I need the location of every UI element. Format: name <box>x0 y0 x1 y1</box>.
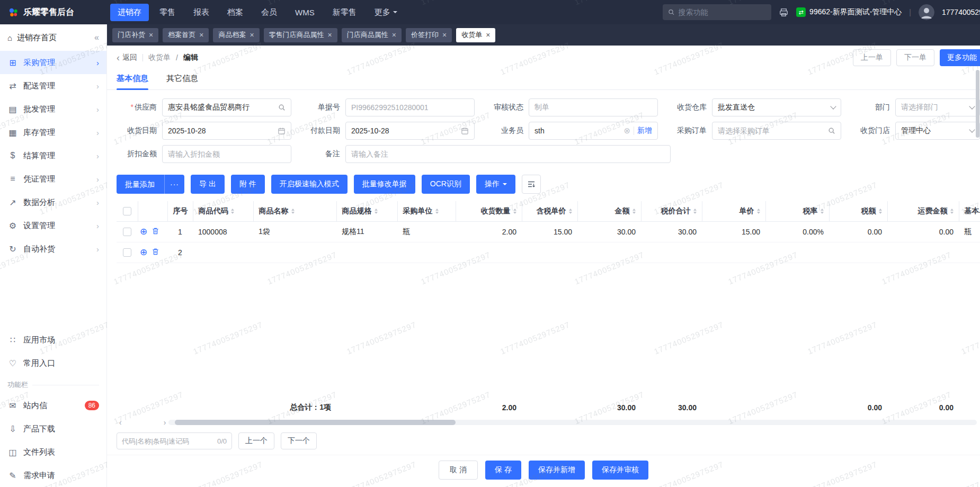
batch-add-button[interactable]: 批量添加 ··· <box>117 175 184 194</box>
user-phone[interactable]: 17774005297 <box>942 8 980 16</box>
sidebar-item-files[interactable]: ◫文件列表 <box>0 440 106 464</box>
column-header[interactable]: 收货数量 <box>456 201 522 221</box>
sidebar-item-settlement[interactable]: $结算管理› <box>0 144 106 167</box>
speed-input-button[interactable]: 开启极速输入模式 <box>271 175 348 194</box>
doc-tab-price-tag-print[interactable]: 价签打印× <box>406 28 452 42</box>
ocr-button[interactable]: OCR识别 <box>422 175 470 194</box>
sort-icon[interactable] <box>757 207 760 215</box>
column-header[interactable]: 税额 <box>829 201 887 221</box>
row-checkbox[interactable] <box>123 248 131 257</box>
nav-archives[interactable]: 档案 <box>220 4 251 21</box>
sort-icon[interactable] <box>291 207 295 215</box>
sidebar-item-analytics[interactable]: ↗数据分析› <box>0 191 106 214</box>
sidebar-item-downloads[interactable]: ⇩产品下载 <box>0 417 106 440</box>
nav-members[interactable]: 会员 <box>254 4 284 21</box>
sort-icon[interactable] <box>375 207 378 215</box>
add-row-icon[interactable]: ⊕ <box>140 247 147 257</box>
search-icon[interactable] <box>828 127 835 134</box>
save-button[interactable]: 保 存 <box>485 461 521 480</box>
column-header[interactable]: 商品代码 <box>193 201 253 221</box>
sidebar-item-requests[interactable]: ✎需求申请 <box>0 464 106 487</box>
sidebar-item-purchase[interactable]: ⊞采购管理› <box>0 51 106 74</box>
search-icon[interactable] <box>278 104 286 111</box>
select-all-checkbox[interactable] <box>123 207 131 215</box>
doc-tab-goods-archive[interactable]: 商品档案× <box>213 28 259 42</box>
column-header[interactable]: 商品名称 <box>253 201 336 221</box>
sort-icon[interactable] <box>821 207 824 215</box>
org-switcher[interactable]: ⇄ 99662-新界面测试-管理中心 <box>796 7 902 17</box>
add-salesman-link[interactable]: 新增 <box>637 126 652 136</box>
close-icon[interactable]: × <box>392 31 396 39</box>
sidebar-item-stock[interactable]: ▦库存管理› <box>0 121 106 144</box>
nav-reports[interactable]: 报表 <box>186 4 217 21</box>
doc-tab-store-replenish[interactable]: 门店补货× <box>112 28 158 42</box>
quick-search-input[interactable] <box>122 437 214 445</box>
doc-tab-receipt-order[interactable]: 收货单× <box>456 28 495 42</box>
sidebar-item-wholesale[interactable]: ▤批发管理› <box>0 97 106 121</box>
nav-wms[interactable]: WMS <box>288 4 322 21</box>
column-header[interactable]: 商品规格 <box>336 201 397 221</box>
delete-row-icon[interactable] <box>152 249 159 257</box>
purchase-order-input[interactable] <box>718 127 825 135</box>
nav-retail[interactable]: 零售 <box>152 4 183 21</box>
avatar[interactable] <box>919 4 934 20</box>
pay-date-input[interactable] <box>351 127 458 135</box>
sort-icon[interactable] <box>231 207 234 215</box>
column-settings-button[interactable] <box>522 175 541 194</box>
discount-input[interactable] <box>168 150 286 158</box>
sidebar-item-settings[interactable]: ⚙设置管理› <box>0 214 106 237</box>
sidebar-item-voucher[interactable]: ≡凭证管理› <box>0 167 106 191</box>
global-search[interactable] <box>663 4 771 20</box>
close-icon[interactable]: × <box>250 31 254 39</box>
close-icon[interactable]: × <box>199 31 203 39</box>
receive-store-select[interactable]: 管理中心 <box>895 122 980 140</box>
save-and-new-button[interactable]: 保存并新增 <box>529 461 585 480</box>
audit-status-input[interactable] <box>534 103 652 112</box>
table-scroll-area[interactable]: 序号商品代码商品名称商品规格采购单位收货数量含税单价金额税价合计单价税率税额运费… <box>117 201 980 418</box>
pay-date-picker[interactable] <box>345 122 475 140</box>
prev-order-button[interactable]: 上一单 <box>853 49 891 66</box>
receive-date-picker[interactable] <box>162 122 291 140</box>
nav-new-retail[interactable]: 新零售 <box>325 4 364 21</box>
global-search-input[interactable] <box>679 8 766 16</box>
row-checkbox[interactable] <box>123 228 131 236</box>
sort-icon[interactable] <box>879 207 882 215</box>
nav-more[interactable]: 更多 <box>367 4 405 21</box>
sidebar-item-home[interactable]: ⌂ 进销存首页 « <box>0 24 106 51</box>
close-icon[interactable]: × <box>486 31 490 39</box>
tab-other-info[interactable]: 其它信息 <box>166 74 198 89</box>
close-icon[interactable]: × <box>328 31 332 39</box>
delete-row-icon[interactable] <box>152 228 159 237</box>
export-button[interactable]: 导 出 <box>191 175 225 194</box>
clear-icon[interactable]: ⊗ <box>623 126 630 136</box>
supplier-input[interactable] <box>168 103 275 112</box>
column-header[interactable]: 税率 <box>765 201 829 221</box>
column-header[interactable]: 运费金额 <box>887 201 959 221</box>
close-icon[interactable]: × <box>149 31 153 39</box>
horizontal-scrollbar[interactable] <box>168 420 977 425</box>
more-functions-button[interactable]: 更多功能 <box>940 49 980 66</box>
sort-icon[interactable] <box>950 207 954 215</box>
printer-icon[interactable] <box>779 7 789 17</box>
department-select[interactable]: 请选择部门 <box>895 98 980 116</box>
column-header[interactable]: 含税单价 <box>522 201 577 221</box>
action-menu-button[interactable]: 操作 <box>476 175 515 194</box>
close-icon[interactable]: × <box>442 31 447 39</box>
collapse-sidebar-icon[interactable]: « <box>94 33 99 42</box>
batch-edit-button[interactable]: 批量修改单据 <box>354 175 415 194</box>
scroll-right-icon[interactable]: › <box>161 419 168 426</box>
doc-tab-archive-home[interactable]: 档案首页× <box>163 28 209 42</box>
back-button[interactable]: ‹ 返回 <box>117 53 137 62</box>
next-order-button[interactable]: 下一单 <box>896 49 934 66</box>
sidebar-item-app-market[interactable]: ∷应用市场 <box>0 328 106 351</box>
sidebar-item-delivery[interactable]: ⇄配送管理› <box>0 74 106 97</box>
attachment-button[interactable]: 附 件 <box>231 175 265 194</box>
doc-no-input[interactable] <box>351 103 469 112</box>
nav-inventory[interactable]: 进销存 <box>110 4 149 21</box>
column-header[interactable]: 单价 <box>702 201 765 221</box>
save-and-audit-button[interactable]: 保存并审核 <box>592 461 648 480</box>
sort-icon[interactable] <box>632 207 636 215</box>
scroll-left-icon[interactable]: ‹ <box>117 419 124 426</box>
scrollbar-thumb[interactable] <box>175 420 456 425</box>
sidebar-item-auto-replenish[interactable]: ↻自动补货› <box>0 237 106 260</box>
